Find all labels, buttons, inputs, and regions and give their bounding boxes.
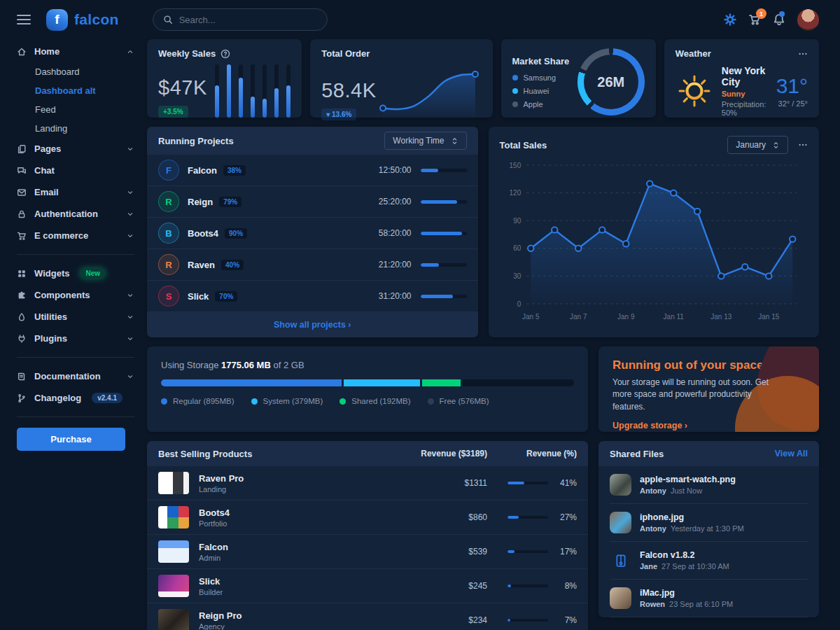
settings-button[interactable]: [724, 13, 736, 26]
file-name[interactable]: iMac.jpg: [640, 588, 733, 598]
sidebar-item-home[interactable]: Home: [17, 41, 134, 62]
product-name[interactable]: Falcon: [199, 542, 382, 552]
shared-file-row[interactable]: iphone.jpg AntonyYesterday at 1:30 PM: [598, 504, 819, 541]
file-name[interactable]: apple-smart-watch.png: [640, 475, 736, 484]
sidebar-divider: [17, 357, 134, 358]
project-name[interactable]: Slick: [188, 291, 209, 302]
sidebar-item-components[interactable]: Components: [17, 284, 134, 306]
file-name[interactable]: iphone.jpg: [640, 512, 744, 522]
file-name[interactable]: Falcon v1.8.2: [640, 550, 729, 560]
brand-name: falcon: [74, 11, 119, 28]
sidebar-item-authentication[interactable]: Authentication: [17, 203, 134, 225]
lock-icon: [17, 209, 27, 219]
sidebar-item-e-commerce[interactable]: E commerce: [17, 225, 134, 246]
sidebar-item-email[interactable]: Email: [17, 181, 134, 203]
project-avatar: R: [158, 254, 179, 275]
product-progress-bar: [507, 550, 548, 553]
search-input-wrapper[interactable]: [153, 8, 328, 31]
storage-legend: Regular (895MB)System (379MB)Shared (192…: [161, 397, 574, 405]
project-name[interactable]: Raven: [188, 260, 215, 270]
chevron-down-icon: [126, 188, 134, 197]
sidebar-item-dashboard[interactable]: Dashboard: [17, 62, 134, 81]
product-category[interactable]: Builder: [199, 588, 382, 596]
project-time: 58:20:00: [379, 228, 412, 238]
sidebar-item-pages[interactable]: Pages: [17, 138, 134, 160]
sidebar-item-feed[interactable]: Feed: [17, 100, 134, 119]
best-selling-title: Best Selling Products: [158, 449, 382, 459]
sidebar-item-widgets[interactable]: WidgetsNew: [17, 262, 134, 284]
sidebar-item-documentation[interactable]: Documentation: [17, 365, 134, 387]
ellipsis-menu-icon[interactable]: [798, 49, 808, 59]
project-pct-badge: 79%: [219, 197, 241, 207]
notification-dot: [779, 11, 785, 17]
sidebar-item-label: Changelog: [34, 393, 81, 403]
project-progress-bar: [421, 263, 467, 267]
bar: [227, 64, 231, 118]
top-navbar: f falcon 1: [0, 0, 840, 39]
user-avatar[interactable]: [797, 9, 819, 31]
weather-temp: 31°: [776, 74, 808, 98]
project-avatar: R: [158, 191, 179, 212]
ellipsis-menu-icon[interactable]: [798, 140, 808, 150]
plugins-icon: [17, 334, 27, 344]
sidebar-item-chat[interactable]: Chat: [17, 160, 134, 181]
product-thumbnail: [158, 609, 189, 630]
changelog-icon: [17, 393, 27, 403]
project-name[interactable]: Falcon: [188, 165, 217, 176]
project-pct-badge: 38%: [223, 165, 246, 176]
cart-button[interactable]: 1: [748, 13, 761, 26]
project-row: R Raven 40% 21:20:00: [147, 249, 478, 281]
shared-file-row[interactable]: iMac.jpg Rowen23 Sep at 6:10 PM: [598, 580, 819, 617]
show-all-projects-link[interactable]: Show all projects ›: [274, 320, 351, 330]
project-row: B Boots4 90% 58:20:00: [147, 218, 478, 249]
purchase-button[interactable]: Purchase: [17, 428, 125, 451]
sidebar-item-changelog[interactable]: Changelogv2.4.1: [17, 387, 134, 409]
month-select[interactable]: January: [727, 136, 788, 154]
product-category[interactable]: Landing: [199, 485, 382, 493]
product-category[interactable]: Admin: [199, 554, 382, 562]
project-name[interactable]: Boots4: [188, 228, 218, 239]
working-time-select[interactable]: Working Time: [384, 132, 466, 150]
menu-toggle-button[interactable]: [17, 15, 31, 24]
shared-file-row[interactable]: apple-smart-watch.png AntonyJust Now: [598, 466, 819, 503]
sidebar-item-dashboard-alt[interactable]: Dashboard alt: [17, 81, 134, 100]
product-name[interactable]: Slick: [199, 576, 382, 587]
total-order-card: Total Order 58.4K ▾ 13.6%: [310, 39, 492, 118]
sidebar-item-label: E commerce: [34, 230, 88, 241]
bar: [274, 64, 279, 118]
sidebar-item-utilities[interactable]: Utilities: [17, 306, 134, 328]
sidebar-item-plugins[interactable]: Plugins: [17, 328, 134, 349]
info-circle-icon[interactable]: [220, 49, 230, 59]
chevron-down-icon: [126, 232, 134, 240]
sidebar-item-landing[interactable]: Landing: [17, 119, 134, 138]
product-pct: 41%: [554, 478, 577, 488]
cart-count-badge: 1: [756, 8, 766, 19]
utilities-icon: [17, 312, 27, 322]
file-owner: Rowen: [640, 600, 665, 608]
total-sales-title: Total Sales: [500, 140, 547, 150]
svg-text:Jan 13: Jan 13: [710, 313, 732, 321]
upgrade-storage-link[interactable]: Upgrade storage ›: [612, 421, 687, 430]
notifications-button[interactable]: [773, 13, 785, 26]
project-name[interactable]: Reign: [188, 197, 213, 207]
product-category[interactable]: Agency: [199, 622, 382, 630]
weather-temp-range: 32° / 25°: [776, 99, 808, 108]
total-sales-line-chart: 1501209060300Jan 5Jan 7Jan 9Jan 11Jan 13…: [500, 154, 808, 328]
product-name[interactable]: Boots4: [199, 507, 382, 518]
storage-progress-bar: [161, 379, 574, 386]
product-name[interactable]: Reign Pro: [199, 610, 382, 621]
sidebar-item-label: Widgets: [34, 268, 69, 279]
product-pct: 8%: [554, 581, 577, 591]
zip-file-icon: [610, 550, 631, 571]
project-progress-bar: [421, 232, 467, 235]
home-icon: [17, 47, 27, 57]
product-name[interactable]: Raven Pro: [199, 473, 382, 484]
brand-logo[interactable]: f falcon: [46, 9, 119, 31]
shared-file-row[interactable]: Falcon v1.8.2 Jane27 Sep at 10:30 AM: [598, 542, 819, 579]
product-thumbnail: [158, 472, 189, 494]
product-category[interactable]: Portfolio: [199, 519, 382, 528]
view-all-link[interactable]: View All: [775, 449, 808, 458]
search-input[interactable]: [179, 15, 317, 25]
bar: [251, 64, 255, 118]
total-order-value: 58.4K: [321, 79, 376, 102]
